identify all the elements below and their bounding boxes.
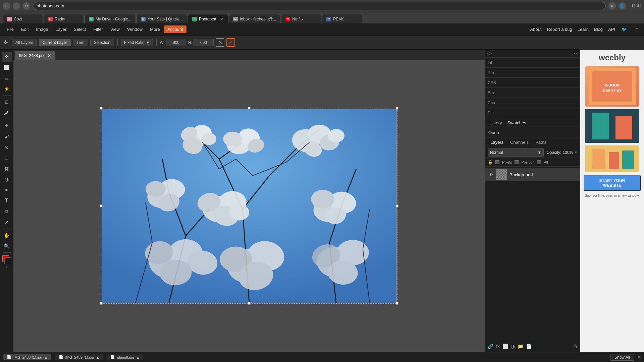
canvas-tab-close[interactable]: ✕	[48, 53, 51, 58]
paths-tab[interactable]: Paths	[532, 138, 550, 146]
trim-button[interactable]: Trim	[73, 39, 88, 46]
history-tab[interactable]: History	[488, 120, 502, 125]
address-bar[interactable]: photopea.com	[33, 2, 606, 10]
color-swatch[interactable]	[2, 255, 11, 264]
layer-adjustment-btn[interactable]: ◑	[511, 344, 515, 349]
star-button[interactable]: ★	[608, 2, 616, 10]
tool-select-rect[interactable]: ⬜	[2, 62, 12, 72]
tab-netflix[interactable]: N Netflix	[281, 14, 321, 23]
opacity-arrow[interactable]: ▼	[574, 150, 578, 154]
delete-layer-btn[interactable]: 🗑	[573, 344, 578, 349]
new-group-btn[interactable]: 📁	[518, 344, 523, 349]
canvas-viewport[interactable]	[13, 60, 485, 352]
menu-select[interactable]: Select	[70, 25, 89, 33]
layer-mask-btn[interactable]: ⬜	[502, 344, 508, 349]
width-input[interactable]	[166, 39, 186, 46]
tool-path-select[interactable]: ↗	[2, 217, 12, 227]
blend-mode-dropdown[interactable]: Normal ▼	[488, 148, 544, 157]
tool-eraser[interactable]: ◻	[2, 153, 12, 163]
pixels-checkbox[interactable]	[495, 160, 499, 164]
menu-file[interactable]: File	[3, 25, 17, 33]
tool-eyedropper[interactable]: 💉	[2, 108, 12, 118]
link-layers-btn[interactable]: 🔗	[488, 344, 493, 349]
all-checkbox[interactable]	[537, 160, 541, 164]
tool-shape[interactable]: ⧉	[2, 206, 12, 217]
tool-hand[interactable]: ✋	[2, 230, 12, 240]
tab-photopea-close[interactable]: ✕	[221, 17, 224, 21]
opacity-value[interactable]: 100%	[562, 150, 573, 155]
tool-text[interactable]: T	[2, 196, 12, 206]
tool-heal[interactable]: ✙	[2, 121, 12, 131]
cancel-transform-button[interactable]: ✕	[216, 38, 224, 47]
tab-photopea[interactable]: P Photopea ✕	[188, 14, 228, 23]
twitter-icon[interactable]: 🐦	[621, 26, 628, 33]
menu-about[interactable]: About	[530, 27, 542, 32]
bottom-tab-1[interactable]: 📄 IMG_2488 (1).jpg ▲	[3, 354, 51, 360]
tool-pen[interactable]: ✒	[2, 185, 12, 195]
layers-tab[interactable]: Layers	[487, 138, 507, 146]
menu-learn[interactable]: Learn	[578, 27, 589, 32]
tool-gradient[interactable]: ▦	[2, 164, 12, 174]
menu-filter[interactable]: Filter	[90, 25, 106, 33]
swatches-tab[interactable]: Swatches	[507, 120, 526, 125]
tab-quizle[interactable]: Q Your Sets | Quizle...	[137, 14, 187, 23]
reload-button[interactable]: ↻	[23, 2, 30, 10]
background-color[interactable]	[4, 257, 11, 264]
layer-background[interactable]: 👁 Background	[485, 168, 580, 181]
close-bottom-btn[interactable]: ✕	[637, 355, 641, 360]
menu-blog[interactable]: Blog	[594, 27, 603, 32]
menu-api[interactable]: API	[608, 27, 615, 32]
panel-row-pro[interactable]: Pro	[485, 68, 580, 78]
tab-peak[interactable]: P PEAK	[322, 14, 362, 23]
bottom-tab-3[interactable]: 📄 planntt.jpg ▲	[107, 354, 143, 360]
menu-window[interactable]: Window	[124, 25, 146, 33]
collapse-right-btn[interactable]: > <	[573, 51, 578, 56]
tool-move[interactable]: ✛	[2, 52, 12, 62]
tab-inbox[interactable]: M Inbox - feebeelu@...	[229, 14, 280, 23]
back-button[interactable]: ←	[3, 2, 10, 10]
collapse-left-btn[interactable]: <>	[487, 51, 492, 56]
all-layers-button[interactable]: All Layers	[12, 39, 37, 46]
tool-zoom[interactable]: 🔍	[2, 241, 12, 251]
panel-row-bru[interactable]: Bru	[485, 88, 580, 98]
confirm-transform-button[interactable]: ✓	[226, 38, 235, 47]
menu-layer[interactable]: Layer	[52, 25, 70, 33]
layer-visibility-icon[interactable]: 👁	[488, 172, 493, 177]
tool-lasso[interactable]: ⌓	[2, 73, 12, 83]
panel-row-css[interactable]: CSS	[485, 78, 580, 88]
channels-tab[interactable]: Channels	[507, 138, 532, 146]
menu-image[interactable]: Image	[33, 25, 51, 33]
position-checkbox[interactable]	[515, 160, 519, 164]
tool-crop[interactable]: ⊡	[2, 97, 12, 107]
tool-magic-wand[interactable]: ⚡	[2, 84, 12, 94]
profile-button[interactable]: 👤	[619, 2, 626, 10]
menu-edit[interactable]: Edit	[18, 25, 32, 33]
tab-drive[interactable]: G My Drive - Google...	[85, 14, 136, 23]
fixed-ratio-dropdown[interactable]: Fixed Ratio ▼	[121, 39, 153, 46]
panel-row-cha[interactable]: Cha	[485, 98, 580, 108]
menu-account[interactable]: Account	[164, 25, 186, 33]
tool-stamp[interactable]: ⊙	[2, 142, 12, 152]
panel-row-inf[interactable]: Inf	[485, 58, 580, 68]
show-all-button[interactable]: Show All	[610, 354, 634, 361]
tab-radar[interactable]: R Radar	[44, 14, 84, 23]
menu-more[interactable]: More	[147, 25, 163, 33]
height-input[interactable]	[194, 39, 214, 46]
tool-dodge[interactable]: ◑	[2, 174, 12, 184]
menu-view[interactable]: View	[107, 25, 123, 33]
new-layer-btn[interactable]: 📄	[526, 344, 532, 349]
tab-cozi-favicon: C	[7, 17, 12, 21]
menu-report-bug[interactable]: Report a bug	[547, 27, 572, 32]
canvas-tab-file[interactable]: IMG_2488.psd ✕	[15, 51, 55, 60]
layer-effects-btn[interactable]: fx	[496, 344, 500, 349]
body: ✛ ⬜ ⌓ ⚡ ⊡ 💉 ✙ 🖌 ⊙ ◻ ▦ ◑ ✒ T ⧉ ↗ ✋ 🔍	[0, 50, 644, 352]
bottom-tab-2[interactable]: 📄 IMG_2489 (1).jpg ▲	[55, 354, 103, 360]
selection-button[interactable]: Selection	[90, 39, 114, 46]
tab-cozi[interactable]: C Cozi	[3, 14, 43, 23]
tool-brush[interactable]: 🖌	[2, 131, 12, 141]
panel-row-par[interactable]: Par	[485, 108, 580, 118]
current-layer-button[interactable]: Current Layer	[39, 39, 71, 46]
ad-cta-button[interactable]: START YOUR WEBSITE	[584, 175, 641, 191]
facebook-icon[interactable]: f	[633, 26, 641, 33]
forward-button[interactable]: →	[13, 2, 20, 10]
